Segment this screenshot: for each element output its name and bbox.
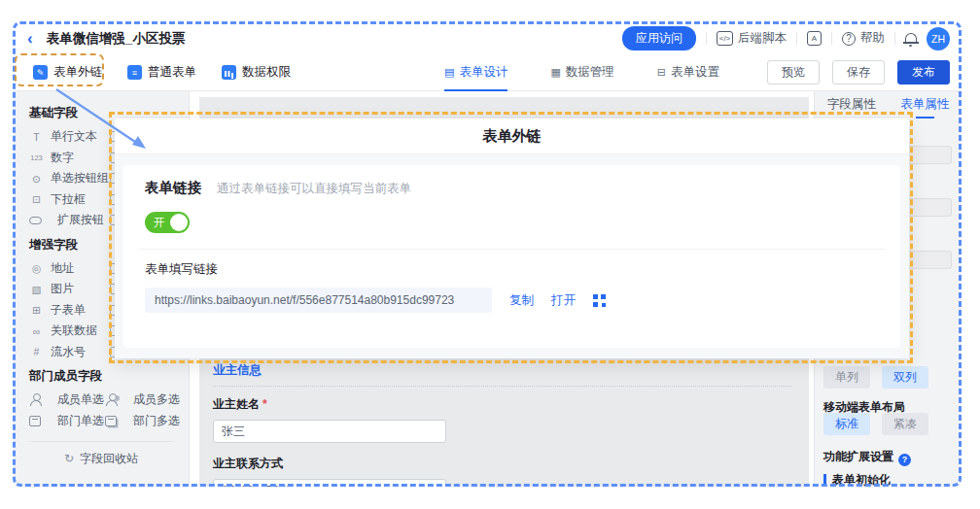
recycle-icon: ↻	[64, 452, 74, 465]
form-section-title[interactable]: 业主信息	[213, 362, 791, 379]
standard-button[interactable]: 标准	[823, 413, 870, 435]
image-icon: ▧	[29, 284, 44, 295]
palette-item-label: 成员单选	[57, 391, 104, 408]
back-icon[interactable]: ‹	[27, 30, 33, 47]
field-label: 业主联系方式	[213, 456, 791, 472]
help-badge-icon[interactable]: ?	[898, 454, 911, 466]
compact-button[interactable]: 紧凑	[882, 413, 928, 435]
copy-link[interactable]: 复制	[509, 292, 534, 309]
toggle-knob	[170, 214, 188, 231]
open-link[interactable]: 打开	[551, 292, 576, 309]
bell-icon[interactable]	[905, 33, 917, 43]
palette-row: 部门单选 部门多选	[29, 411, 189, 432]
relation-icon: ∞	[29, 325, 44, 337]
field-label-text: 业主姓名	[213, 397, 260, 411]
save-button[interactable]: 保存	[832, 60, 885, 85]
number-field-icon: 123	[29, 153, 44, 162]
toolbar: ✎ 表单外链 ≡ 普通表单 数据权限 ▤ 表单设计 ▦	[14, 54, 962, 91]
app-window: ‹ 表单微信增强_小区投票 应用访问 </> 后端脚本 A ? 帮助 ZH	[14, 22, 962, 487]
palette-item-label: 图片	[51, 281, 74, 297]
recycle-label: 字段回收站	[80, 451, 138, 467]
mobile-layout-segment: 标准 紧凑	[823, 413, 928, 435]
backend-script-label: 后端脚本	[738, 30, 787, 47]
modal-title: 表单外链	[115, 119, 909, 154]
modal-body: 表单链接 通过表单链接可以直接填写当前表单 开 表单填写链接 https://l…	[115, 154, 909, 358]
form-external-link-label: 表单外链	[53, 64, 102, 81]
toolbar-right: 预览 保存 发布	[767, 60, 950, 85]
divider	[894, 32, 895, 45]
palette-item-label: 关联数据	[51, 322, 97, 339]
toggle-on-label: 开	[154, 216, 165, 230]
palette-item-dept-multi[interactable]: 部门多选	[105, 411, 181, 432]
normal-form-button[interactable]: ≡ 普通表单	[127, 64, 196, 81]
field-recycle-bin[interactable]: ↻ 字段回收站	[29, 442, 173, 475]
form-field-owner-name[interactable]: 业主姓名* 张三	[213, 396, 791, 443]
palette-item-label: 流水号	[51, 344, 86, 360]
preview-button[interactable]: 预览	[767, 60, 820, 85]
tab-form-settings-label: 表单设置	[671, 64, 719, 81]
form-init-label: 表单初始化	[832, 472, 891, 487]
double-column-button[interactable]: 双列	[882, 366, 928, 389]
ext-settings-text: 功能扩展设置	[823, 450, 893, 463]
palette-item-dept-single[interactable]: 部门单选	[29, 411, 105, 432]
tab-data-manage-label: 数据管理	[566, 64, 614, 81]
publish-button[interactable]: 发布	[897, 60, 950, 85]
field-input[interactable]: 张三	[213, 420, 446, 443]
help-button[interactable]: ? 帮助	[842, 30, 885, 47]
palette-item-label: 部门多选	[133, 413, 180, 429]
ext-settings-label: 功能扩展设置?	[823, 449, 911, 466]
tab-field-properties[interactable]: 字段属性	[815, 91, 889, 117]
form-link-title: 表单链接	[145, 179, 201, 197]
form-link-row: 表单链接 通过表单链接可以直接填写当前表单	[145, 179, 879, 197]
property-tabs: 字段属性 表单属性	[815, 91, 962, 117]
dropdown-icon: ⊡	[29, 193, 44, 205]
top-bar: ‹ 表单微信增强_小区投票 应用访问 </> 后端脚本 A ? 帮助 ZH	[14, 22, 962, 54]
help-label: 帮助	[860, 30, 885, 47]
tab-form-settings[interactable]: ⊟ 表单设置	[657, 54, 719, 91]
tab-data-manage[interactable]: ▦ 数据管理	[550, 54, 613, 91]
palette-item-label: 单选按钮组	[51, 170, 109, 187]
palette-row: 成员单选 成员多选	[29, 390, 189, 411]
qr-code-icon[interactable]	[593, 294, 606, 307]
palette-item-label: 地址	[51, 260, 74, 277]
subform-icon: ⊞	[29, 304, 44, 316]
code-icon: </>	[717, 31, 733, 46]
form-url-field[interactable]: https://links.baibaoyun.net/f/556e877514…	[145, 288, 492, 313]
question-circle-icon: ?	[842, 32, 856, 46]
field-input[interactable]: 15112345678	[213, 479, 446, 487]
radio-icon: ⊙	[29, 173, 44, 185]
top-bar-right: 应用访问 </> 后端脚本 A ? 帮助 ZH	[622, 26, 950, 51]
modal-card: 表单链接 通过表单链接可以直接填写当前表单 开 表单填写链接 https://l…	[123, 165, 900, 348]
palette-item-member-multi[interactable]: 成员多选	[105, 390, 181, 411]
palette-item-label: 成员多选	[133, 391, 180, 408]
normal-form-label: 普通表单	[148, 64, 196, 81]
divider	[706, 32, 707, 45]
pc-layout-segment: 单列 双列	[823, 366, 928, 389]
palette-item-member-single[interactable]: 成员单选	[29, 390, 105, 411]
form-external-link-button[interactable]: ✎ 表单外链	[33, 64, 102, 81]
person-icon	[29, 393, 42, 406]
tab-form-properties[interactable]: 表单属性	[889, 91, 962, 117]
form-link-toggle[interactable]: 开	[145, 212, 190, 233]
form-field-owner-contact[interactable]: 业主联系方式 15112345678	[213, 456, 791, 487]
serial-icon: #	[29, 346, 44, 357]
data-manage-icon: ▦	[550, 66, 560, 79]
single-column-button[interactable]: 单列	[823, 366, 870, 389]
text-field-icon: T	[29, 131, 44, 143]
app-access-button[interactable]: 应用访问	[622, 26, 696, 51]
dotted-divider	[213, 386, 791, 387]
avatar[interactable]: ZH	[927, 27, 950, 51]
fill-link-label: 表单填写链接	[145, 261, 879, 278]
field-label: 业主姓名*	[213, 396, 791, 413]
palette-item-label: 下拉框	[51, 191, 86, 208]
backend-script-button[interactable]: </> 后端脚本	[717, 30, 787, 47]
tab-form-design[interactable]: ▤ 表单设计	[444, 54, 508, 91]
page-title: 表单微信增强_小区投票	[47, 30, 186, 48]
accent-bar	[823, 474, 826, 487]
data-permission-button[interactable]: 数据权限	[222, 64, 291, 81]
translate-icon[interactable]: A	[807, 31, 822, 46]
data-permission-label: 数据权限	[242, 64, 291, 81]
departments-icon	[105, 416, 117, 426]
people-icon	[105, 393, 118, 406]
pill-button-icon	[29, 217, 42, 224]
